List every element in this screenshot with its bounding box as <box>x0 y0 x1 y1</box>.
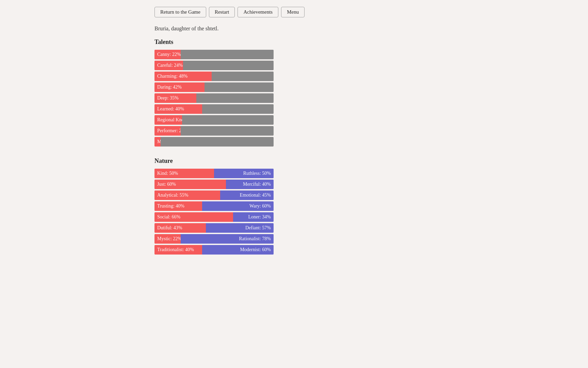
nature-bar-container: Analytical: 55%Emotional: 45% <box>154 190 274 200</box>
talent-bar-container: Charming: 48% <box>154 72 274 81</box>
nature-bar-container: Trusting: 40%Wary: 60% <box>154 201 274 211</box>
nature-bar: Kind: 50%Ruthless: 50% <box>154 169 274 178</box>
talent-bar-container: Performer: 22% <box>154 126 274 136</box>
talent-bar: Regional Knowledge: 23% <box>154 115 274 125</box>
nature-left-label: Kind: 50% <box>157 171 178 176</box>
talent-bar-container: Careful: 24% <box>154 61 274 70</box>
talents-bars: Canny: 22%Careful: 24%Charming: 48%Darin… <box>154 50 434 147</box>
nature-right: Rationalist: 78% <box>181 234 274 244</box>
talent-empty <box>161 137 274 147</box>
nature-section: Nature Kind: 50%Ruthless: 50%Just: 60%Me… <box>154 157 434 255</box>
talent-bar: Canny: 22% <box>154 50 274 59</box>
talent-label: Deep: 35% <box>157 95 179 101</box>
talent-fill: Canny: 22% <box>154 50 181 59</box>
top-nav: Return to the Game Restart Achievements … <box>154 7 434 17</box>
talent-label: Learned: 40% <box>157 106 184 112</box>
talent-bar: Mystical Knowledge: 5% <box>154 137 274 147</box>
character-description: Bruria, daughter of the shtetl. <box>154 26 434 32</box>
talent-bar-container: Deep: 35% <box>154 93 274 103</box>
talent-empty <box>182 115 274 125</box>
talent-bar: Careful: 24% <box>154 61 274 70</box>
nature-right: Merciful: 40% <box>226 180 274 189</box>
nature-right: Modernist: 60% <box>202 245 274 255</box>
page-container: Return to the Game Restart Achievements … <box>141 0 447 272</box>
talent-fill: Performer: 22% <box>154 126 181 136</box>
nature-left-label: Trusting: 40% <box>157 203 184 209</box>
talent-fill: Mystical Knowledge: 5% <box>154 137 161 147</box>
nature-left: Just: 60% <box>154 180 226 189</box>
talent-fill: Deep: 35% <box>154 93 196 103</box>
nature-right: Emotional: 45% <box>220 190 274 200</box>
achievements-button[interactable]: Achievements <box>238 7 278 17</box>
nature-bar-container: Kind: 50%Ruthless: 50% <box>154 169 274 178</box>
talents-title: Talents <box>154 39 434 46</box>
talent-fill: Regional Knowledge: 23% <box>154 115 182 125</box>
nature-left: Trusting: 40% <box>154 201 202 211</box>
talent-fill: Careful: 24% <box>154 61 183 70</box>
nature-right-label: Emotional: 45% <box>240 193 271 198</box>
talent-fill: Daring: 42% <box>154 82 205 92</box>
nature-left: Traditionalist: 40% <box>154 245 202 255</box>
talent-bar-container: Daring: 42% <box>154 82 274 92</box>
nature-right-label: Defiant: 57% <box>245 225 271 231</box>
nature-right: Wary: 60% <box>202 201 274 211</box>
talent-empty <box>212 72 274 81</box>
talent-fill: Charming: 48% <box>154 72 212 81</box>
nature-bar: Traditionalist: 40%Modernist: 60% <box>154 245 274 255</box>
nature-right-label: Modernist: 60% <box>240 247 271 252</box>
nature-right-label: Wary: 60% <box>249 203 271 209</box>
nature-bar: Social: 66%Loner: 34% <box>154 212 274 222</box>
nature-left: Mystic: 22% <box>154 234 181 244</box>
nature-right: Defiant: 57% <box>206 223 274 233</box>
talent-empty <box>205 82 274 92</box>
nature-title: Nature <box>154 157 434 165</box>
nature-left: Kind: 50% <box>154 169 214 178</box>
nature-left-label: Mystic: 22% <box>157 236 182 242</box>
talent-empty <box>183 61 274 70</box>
talent-label: Daring: 42% <box>157 85 182 90</box>
nature-left-label: Social: 66% <box>157 214 180 220</box>
nature-left: Social: 66% <box>154 212 233 222</box>
talent-empty <box>196 93 274 103</box>
talent-bar-container: Canny: 22% <box>154 50 274 59</box>
talent-label: Canny: 22% <box>157 52 181 57</box>
talent-empty <box>181 126 274 136</box>
nature-left-label: Just: 60% <box>157 182 176 187</box>
nature-bar: Dutiful: 43%Defiant: 57% <box>154 223 274 233</box>
nature-bars: Kind: 50%Ruthless: 50%Just: 60%Merciful:… <box>154 169 434 255</box>
nature-left-label: Dutiful: 43% <box>157 225 182 231</box>
talent-empty <box>181 50 274 59</box>
talent-bar: Deep: 35% <box>154 93 274 103</box>
nature-left-label: Traditionalist: 40% <box>157 247 194 252</box>
menu-button[interactable]: Menu <box>281 7 305 17</box>
talents-section: Talents Canny: 22%Careful: 24%Charming: … <box>154 39 434 147</box>
talent-bar: Charming: 48% <box>154 72 274 81</box>
nature-bar-container: Mystic: 22%Rationalist: 78% <box>154 234 274 244</box>
nature-bar-container: Social: 66%Loner: 34% <box>154 212 274 222</box>
nature-bar-container: Dutiful: 43%Defiant: 57% <box>154 223 274 233</box>
talent-label: Charming: 48% <box>157 74 187 79</box>
return-button[interactable]: Return to the Game <box>154 7 206 17</box>
nature-right-label: Rationalist: 78% <box>239 236 271 242</box>
talent-bar: Performer: 22% <box>154 126 274 136</box>
nature-bar-container: Just: 60%Merciful: 40% <box>154 180 274 189</box>
nature-right-label: Ruthless: 50% <box>243 171 271 176</box>
nature-right-label: Merciful: 40% <box>243 182 271 187</box>
nature-right: Loner: 34% <box>233 212 274 222</box>
talent-bar-container: Mystical Knowledge: 5% <box>154 137 274 147</box>
talent-bar: Learned: 40% <box>154 104 274 114</box>
nature-bar: Trusting: 40%Wary: 60% <box>154 201 274 211</box>
nature-right-label: Loner: 34% <box>248 214 271 220</box>
talent-bar-container: Regional Knowledge: 23% <box>154 115 274 125</box>
nature-bar: Analytical: 55%Emotional: 45% <box>154 190 274 200</box>
nature-bar: Just: 60%Merciful: 40% <box>154 180 274 189</box>
nature-left: Analytical: 55% <box>154 190 220 200</box>
restart-button[interactable]: Restart <box>209 7 235 17</box>
nature-bar-container: Traditionalist: 40%Modernist: 60% <box>154 245 274 255</box>
nature-bar: Mystic: 22%Rationalist: 78% <box>154 234 274 244</box>
talent-empty <box>202 104 274 114</box>
talent-bar: Daring: 42% <box>154 82 274 92</box>
nature-right: Ruthless: 50% <box>214 169 274 178</box>
talent-bar-container: Learned: 40% <box>154 104 274 114</box>
talent-label: Careful: 24% <box>157 63 183 68</box>
